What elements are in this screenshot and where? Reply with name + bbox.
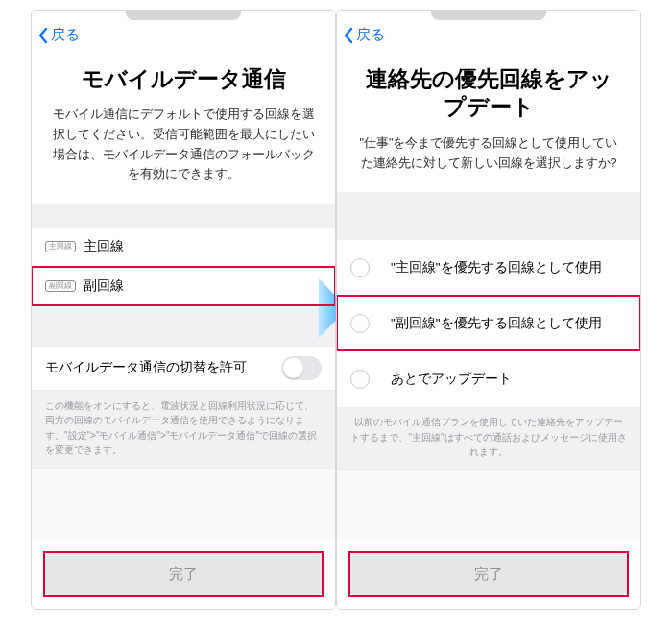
option-list: "主回線"を優先する回線として使用 "副回線"を優先する回線として使用 あとでア… [337, 240, 640, 407]
line-badge: 主回線 [45, 241, 76, 252]
option-primary[interactable]: "主回線"を優先する回線として使用 [337, 240, 640, 296]
option-secondary[interactable]: "副回線"を優先する回線として使用 [337, 296, 640, 351]
chevron-left-icon [343, 27, 354, 44]
section-gap [32, 305, 335, 346]
chevron-left-icon [37, 27, 49, 44]
footer: 完了 [32, 540, 335, 609]
notch [126, 11, 241, 20]
toggle-label: モバイルデータ通信の切替を許可 [45, 359, 247, 376]
page-desc: モバイル通信にデフォルトで使用する回線を選択してください。受信可能範囲を最大にし… [49, 105, 318, 184]
screen-right: 戻る 連絡先の優先回線をアップデート "仕事"を今まで優先する回線として使用して… [336, 10, 641, 610]
back-button[interactable]: 戻る [343, 26, 385, 44]
done-button[interactable]: 完了 [350, 553, 627, 595]
back-label: 戻る [356, 26, 385, 44]
radio-icon [350, 314, 370, 333]
line-row-secondary[interactable]: 副回線 副回線 [32, 267, 335, 305]
option-later[interactable]: あとでアップデート [337, 351, 640, 407]
highlight-box [31, 266, 336, 306]
line-row-primary[interactable]: 主回線 主回線 [32, 228, 335, 267]
line-label: 主回線 [84, 238, 124, 255]
screen-left: 戻る モバイルデータ通信 モバイル通信にデフォルトで使用する回線を選択してくださ… [31, 10, 336, 610]
help-text: この機能をオンにすると、電波状況と回線利用状況に応じて、両方の回線のモバイルデー… [32, 391, 335, 469]
radio-icon [350, 370, 370, 389]
footer: 完了 [337, 540, 640, 609]
page-desc: "仕事"を今まで優先する回線として使用していた連絡先に対して新しい回線を選択しま… [354, 133, 623, 173]
page-title: 連絡先の優先回線をアップデート [354, 65, 623, 122]
option-label: あとでアップデート [391, 370, 512, 389]
section-gap [32, 204, 335, 228]
toggle-switch[interactable] [281, 356, 322, 380]
page-title: モバイルデータ通信 [49, 65, 318, 93]
header: モバイルデータ通信 モバイル通信にデフォルトで使用する回線を選択してください。受… [32, 50, 335, 204]
header: 連絡先の優先回線をアップデート "仕事"を今まで優先する回線として使用していた連… [337, 50, 640, 192]
option-label: "主回線"を優先する回線として使用 [391, 258, 602, 277]
radio-icon [350, 258, 370, 277]
help-text: 以前のモバイル通信プランを使用していた連絡先をアップデートするまで、"主回線"は… [337, 407, 640, 471]
back-button[interactable]: 戻る [37, 26, 80, 44]
line-badge: 副回線 [45, 280, 76, 292]
option-label: "副回線"を優先する回線として使用 [391, 314, 602, 333]
notch [431, 11, 546, 20]
line-label: 副回線 [84, 277, 124, 295]
line-list: 主回線 主回線 副回線 副回線 [32, 228, 335, 305]
done-button[interactable]: 完了 [45, 553, 322, 595]
section-gap [337, 192, 640, 240]
back-label: 戻る [51, 26, 80, 44]
toggle-row-fallback[interactable]: モバイルデータ通信の切替を許可 [32, 346, 335, 391]
